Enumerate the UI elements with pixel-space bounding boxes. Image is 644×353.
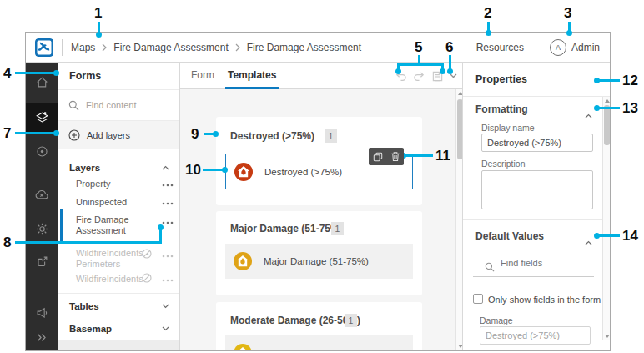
display-name-input[interactable] [481, 134, 593, 152]
app-window: Maps Fire Damage Assessment Fire Damage … [25, 32, 611, 351]
description-textarea[interactable] [481, 170, 593, 209]
collapse-default-values-button[interactable] [585, 234, 592, 249]
forms-icon [35, 111, 49, 125]
not-supported-icon [142, 273, 152, 285]
layer-row-property[interactable]: Property [58, 174, 179, 193]
sidebar-collapse-button[interactable] [26, 328, 58, 346]
scroll-up-arrow[interactable] [605, 99, 610, 103]
breadcrumb-page-name: Fire Damage Assessment [247, 42, 361, 53]
search-underline [473, 276, 594, 277]
properties-scrollbar[interactable] [602, 97, 610, 340]
tables-section-header[interactable]: Tables [58, 297, 179, 315]
ellipsis-icon [162, 279, 174, 282]
layer-name: WildfireIncidents [76, 274, 143, 285]
divider [463, 219, 610, 220]
avatar[interactable]: A [550, 39, 566, 56]
template-item-label: Major Damage (51-75%) [264, 256, 369, 266]
editor-toolbar [395, 63, 457, 89]
editor-panel: Form Templates [180, 63, 462, 350]
template-group-title: Moderate Damage (26-50%) [230, 314, 360, 327]
find-fields-input[interactable] [501, 258, 588, 268]
add-layers-button[interactable]: Add layers [58, 121, 179, 149]
cloud-offline-icon [34, 188, 49, 201]
sidebar-item-feedback[interactable] [26, 303, 58, 321]
geofences-icon [35, 144, 49, 159]
template-group-destroyed: Destroyed (>75%) 1 Destroyed (>75%) [216, 117, 422, 205]
sidebar-item-geofences[interactable] [26, 142, 58, 160]
templates-list: Destroyed (>75%) 1 Destroyed (>75%) [180, 89, 462, 350]
share-icon [35, 255, 49, 269]
template-group-major-damage: Major Damage (51-75%) 1 Major Damage (51… [216, 211, 422, 295]
template-count-badge: 1 [325, 129, 337, 143]
layer-name: Fire Damage Assessment [76, 214, 129, 236]
sidebar-item-offline[interactable] [26, 185, 58, 204]
overflow-menu-button[interactable] [159, 197, 176, 207]
overflow-menu-button[interactable] [159, 250, 176, 260]
breadcrumb-maps[interactable]: Maps [71, 42, 95, 53]
template-count-badge: 1 [345, 314, 357, 327]
template-item-moderate-damage[interactable]: Moderate Damage (26-50%) [225, 335, 413, 350]
templates-scrollbar[interactable] [455, 89, 462, 350]
annotated-screenshot: Maps Fire Damage Assessment Fire Damage … [0, 0, 644, 353]
chevron-right-icon [235, 43, 240, 52]
overflow-menu-button[interactable] [159, 179, 176, 189]
layer-row-wildfireincidents[interactable]: WildfireIncidents [58, 270, 179, 288]
sidebar-item-overview[interactable] [26, 73, 58, 91]
megaphone-icon [35, 305, 49, 320]
overflow-menu-button[interactable] [159, 274, 176, 284]
breadcrumb: Maps Fire Damage Assessment Fire Damage … [71, 42, 361, 53]
tab-templates[interactable]: Templates [228, 63, 276, 89]
template-item-label: Destroyed (>75%) [264, 167, 342, 177]
find-content-input[interactable] [86, 100, 165, 110]
sidebar-item-sharing[interactable] [26, 252, 58, 270]
add-layers-label: Add layers [87, 130, 130, 140]
redo-icon [413, 70, 425, 83]
duplicate-icon[interactable] [373, 152, 383, 162]
properties-panel-body: Formatting Display name Description Defa… [463, 97, 610, 350]
home-icon [35, 75, 49, 89]
damage-field-input[interactable] [480, 326, 591, 345]
header-divider [541, 39, 541, 56]
redo-button[interactable] [413, 70, 425, 83]
header-divider [62, 39, 63, 56]
properties-panel: Properties Formatting Display name Descr… [462, 63, 610, 350]
resources-link[interactable]: Resources [476, 42, 524, 53]
template-item-major-damage[interactable]: Major Damage (51-75%) [225, 244, 413, 279]
search-icon [485, 260, 495, 275]
layer-row-uninspected[interactable]: Uninspected [58, 193, 179, 211]
chevron-down-icon [162, 326, 169, 331]
layer-name: Uninspected [76, 197, 127, 208]
app-header: Maps Fire Damage Assessment Fire Damage … [26, 33, 610, 63]
collapse-formatting-button[interactable] [585, 107, 592, 122]
breadcrumb-map-name[interactable]: Fire Damage Assessment [113, 42, 228, 53]
find-content-search[interactable] [58, 90, 179, 121]
moderate-damage-template-icon [233, 343, 253, 350]
tab-form[interactable]: Form [191, 63, 214, 89]
layers-section-label: Layers [69, 163, 100, 173]
description-label: Description [481, 159, 526, 169]
basemap-section-header[interactable]: Basemap [58, 320, 179, 338]
scrollbar-thumb[interactable] [604, 105, 610, 145]
gear-icon [35, 222, 49, 236]
delete-icon[interactable] [390, 151, 400, 162]
double-chevron-right-icon [36, 332, 48, 343]
ellipsis-icon [162, 221, 174, 224]
layer-name: Property [76, 179, 111, 189]
arcgis-logo[interactable] [35, 38, 53, 57]
default-values-section-header: Default Values [475, 230, 544, 242]
plus-circle-icon [68, 129, 80, 141]
forms-panel-title: Forms [58, 63, 179, 90]
sidebar-item-settings[interactable] [26, 219, 58, 238]
search-icon [68, 100, 79, 111]
layer-row-wildfireincidents-perimeters[interactable]: WildfireIncidents - Perimeters [58, 245, 179, 273]
sidebar-item-forms[interactable] [26, 103, 58, 133]
user-name[interactable]: Admin [571, 42, 600, 53]
display-name-label: Display name [481, 123, 535, 133]
only-show-fields-label: Only show fields in the form [488, 295, 601, 305]
tables-section-label: Tables [69, 301, 99, 311]
scroll-down-arrow[interactable] [605, 335, 610, 338]
chevron-up-icon [585, 240, 592, 245]
editor-tab-bar: Form Templates [180, 63, 462, 89]
only-show-fields-checkbox[interactable] [473, 294, 483, 304]
damage-field-label: Damage [480, 315, 513, 325]
